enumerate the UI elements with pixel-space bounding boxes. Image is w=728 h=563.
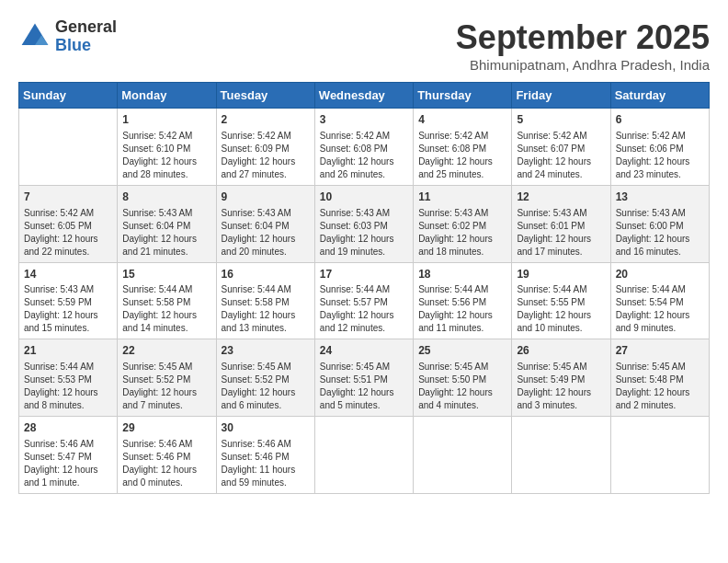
week-row-2: 7Sunrise: 5:42 AM Sunset: 6:05 PM Daylig… [19, 185, 710, 262]
header-cell-wednesday: Wednesday [314, 83, 413, 109]
calendar-cell: 28Sunrise: 5:46 AM Sunset: 5:47 PM Dayli… [19, 417, 118, 494]
day-number: 4 [418, 112, 506, 128]
day-info: Sunrise: 5:43 AM Sunset: 6:02 PM Dayligh… [418, 207, 506, 259]
logo-icon [18, 20, 51, 53]
calendar-body: 1Sunrise: 5:42 AM Sunset: 6:10 PM Daylig… [19, 109, 710, 494]
calendar-cell: 2Sunrise: 5:42 AM Sunset: 6:09 PM Daylig… [216, 109, 314, 186]
day-number: 21 [24, 343, 112, 359]
day-number: 25 [418, 343, 506, 359]
week-row-1: 1Sunrise: 5:42 AM Sunset: 6:10 PM Daylig… [19, 109, 710, 186]
day-number: 20 [616, 267, 704, 282]
logo-text: General Blue [55, 18, 117, 55]
calendar-cell: 22Sunrise: 5:45 AM Sunset: 5:52 PM Dayli… [118, 339, 216, 417]
day-number: 6 [616, 112, 704, 128]
logo: General Blue [18, 18, 117, 55]
day-number: 10 [320, 190, 408, 205]
day-number: 9 [222, 190, 310, 205]
day-number: 12 [517, 190, 605, 205]
calendar-cell: 20Sunrise: 5:44 AM Sunset: 5:54 PM Dayli… [610, 262, 709, 339]
calendar-cell: 8Sunrise: 5:43 AM Sunset: 6:04 PM Daylig… [118, 185, 216, 262]
week-row-4: 21Sunrise: 5:44 AM Sunset: 5:53 PM Dayli… [19, 339, 710, 417]
header-cell-saturday: Saturday [610, 83, 709, 109]
day-info: Sunrise: 5:42 AM Sunset: 6:10 PM Dayligh… [122, 130, 210, 181]
day-info: Sunrise: 5:45 AM Sunset: 5:49 PM Dayligh… [517, 361, 605, 412]
calendar-cell: 12Sunrise: 5:43 AM Sunset: 6:01 PM Dayli… [512, 185, 610, 262]
day-number: 24 [320, 343, 408, 359]
day-number: 14 [24, 267, 112, 282]
calendar-cell: 7Sunrise: 5:42 AM Sunset: 6:05 PM Daylig… [19, 185, 118, 262]
calendar-cell: 4Sunrise: 5:42 AM Sunset: 6:08 PM Daylig… [414, 109, 512, 186]
calendar-cell [19, 109, 118, 186]
day-info: Sunrise: 5:43 AM Sunset: 6:01 PM Dayligh… [517, 207, 605, 259]
calendar-cell: 5Sunrise: 5:42 AM Sunset: 6:07 PM Daylig… [512, 109, 610, 186]
logo-blue: Blue [55, 36, 91, 54]
logo-general: General [55, 17, 117, 36]
header-row: SundayMondayTuesdayWednesdayThursdayFrid… [19, 83, 710, 109]
calendar-cell [512, 417, 610, 494]
calendar-cell: 18Sunrise: 5:44 AM Sunset: 5:56 PM Dayli… [414, 262, 512, 339]
day-info: Sunrise: 5:44 AM Sunset: 5:54 PM Dayligh… [616, 283, 704, 335]
header-cell-thursday: Thursday [414, 83, 512, 109]
calendar-cell: 13Sunrise: 5:43 AM Sunset: 6:00 PM Dayli… [610, 185, 709, 262]
day-info: Sunrise: 5:43 AM Sunset: 6:04 PM Dayligh… [122, 207, 210, 259]
location: Bhimunipatnam, Andhra Pradesh, India [456, 57, 710, 73]
calendar-cell: 3Sunrise: 5:42 AM Sunset: 6:08 PM Daylig… [314, 109, 413, 186]
day-info: Sunrise: 5:45 AM Sunset: 5:52 PM Dayligh… [222, 361, 310, 412]
calendar-cell: 11Sunrise: 5:43 AM Sunset: 6:02 PM Dayli… [414, 185, 512, 262]
calendar-cell [610, 417, 709, 494]
day-info: Sunrise: 5:42 AM Sunset: 6:07 PM Dayligh… [517, 130, 605, 181]
month-title: September 2025 [456, 18, 710, 57]
day-number: 11 [418, 190, 506, 205]
day-number: 23 [222, 343, 310, 359]
header-cell-sunday: Sunday [19, 83, 118, 109]
title-block: September 2025 Bhimunipatnam, Andhra Pra… [456, 18, 710, 73]
day-info: Sunrise: 5:45 AM Sunset: 5:48 PM Dayligh… [616, 361, 704, 412]
day-number: 8 [122, 190, 210, 205]
calendar-cell: 26Sunrise: 5:45 AM Sunset: 5:49 PM Dayli… [512, 339, 610, 417]
day-info: Sunrise: 5:43 AM Sunset: 5:59 PM Dayligh… [24, 283, 112, 335]
day-number: 5 [517, 112, 605, 128]
week-row-3: 14Sunrise: 5:43 AM Sunset: 5:59 PM Dayli… [19, 262, 710, 339]
day-number: 19 [517, 267, 605, 282]
day-number: 17 [320, 267, 408, 282]
day-number: 15 [122, 267, 210, 282]
calendar-cell: 19Sunrise: 5:44 AM Sunset: 5:55 PM Dayli… [512, 262, 610, 339]
day-number: 18 [418, 267, 506, 282]
day-number: 7 [24, 190, 112, 205]
day-info: Sunrise: 5:44 AM Sunset: 5:58 PM Dayligh… [122, 283, 210, 335]
day-info: Sunrise: 5:42 AM Sunset: 6:05 PM Dayligh… [24, 207, 112, 259]
calendar-header: SundayMondayTuesdayWednesdayThursdayFrid… [19, 83, 710, 109]
calendar-cell: 27Sunrise: 5:45 AM Sunset: 5:48 PM Dayli… [610, 339, 709, 417]
day-info: Sunrise: 5:42 AM Sunset: 6:08 PM Dayligh… [418, 130, 506, 181]
day-info: Sunrise: 5:46 AM Sunset: 5:46 PM Dayligh… [122, 438, 210, 489]
calendar-cell: 16Sunrise: 5:44 AM Sunset: 5:58 PM Dayli… [216, 262, 314, 339]
day-number: 30 [222, 420, 310, 436]
day-info: Sunrise: 5:46 AM Sunset: 5:47 PM Dayligh… [24, 438, 112, 489]
calendar-cell: 9Sunrise: 5:43 AM Sunset: 6:04 PM Daylig… [216, 185, 314, 262]
day-info: Sunrise: 5:43 AM Sunset: 6:00 PM Dayligh… [616, 207, 704, 259]
calendar-cell [414, 417, 512, 494]
calendar-cell: 25Sunrise: 5:45 AM Sunset: 5:50 PM Dayli… [414, 339, 512, 417]
day-info: Sunrise: 5:46 AM Sunset: 5:46 PM Dayligh… [222, 438, 310, 489]
calendar-cell: 17Sunrise: 5:44 AM Sunset: 5:57 PM Dayli… [314, 262, 413, 339]
day-number: 28 [24, 420, 112, 436]
calendar-cell: 6Sunrise: 5:42 AM Sunset: 6:06 PM Daylig… [610, 109, 709, 186]
day-info: Sunrise: 5:44 AM Sunset: 5:56 PM Dayligh… [418, 283, 506, 335]
day-info: Sunrise: 5:45 AM Sunset: 5:52 PM Dayligh… [122, 361, 210, 412]
header-cell-monday: Monday [118, 83, 216, 109]
day-number: 27 [616, 343, 704, 359]
calendar-cell: 14Sunrise: 5:43 AM Sunset: 5:59 PM Dayli… [19, 262, 118, 339]
header-cell-tuesday: Tuesday [216, 83, 314, 109]
day-info: Sunrise: 5:44 AM Sunset: 5:55 PM Dayligh… [517, 283, 605, 335]
calendar-cell: 30Sunrise: 5:46 AM Sunset: 5:46 PM Dayli… [216, 417, 314, 494]
day-info: Sunrise: 5:42 AM Sunset: 6:06 PM Dayligh… [616, 130, 704, 181]
day-number: 13 [616, 190, 704, 205]
calendar-cell [314, 417, 413, 494]
day-info: Sunrise: 5:44 AM Sunset: 5:57 PM Dayligh… [320, 283, 408, 335]
day-info: Sunrise: 5:42 AM Sunset: 6:09 PM Dayligh… [222, 130, 310, 181]
day-info: Sunrise: 5:45 AM Sunset: 5:51 PM Dayligh… [320, 361, 408, 412]
calendar-cell: 23Sunrise: 5:45 AM Sunset: 5:52 PM Dayli… [216, 339, 314, 417]
header-cell-friday: Friday [512, 83, 610, 109]
day-info: Sunrise: 5:45 AM Sunset: 5:50 PM Dayligh… [418, 361, 506, 412]
week-row-5: 28Sunrise: 5:46 AM Sunset: 5:47 PM Dayli… [19, 417, 710, 494]
